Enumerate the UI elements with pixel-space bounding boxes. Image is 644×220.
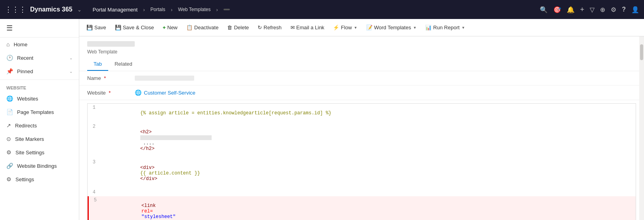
- bell-icon[interactable]: 🔔: [567, 6, 575, 13]
- code-editor[interactable]: 1 {% assign article = entities.knowledge…: [87, 103, 636, 220]
- flow-button[interactable]: ⚡ Flow ▼: [329, 22, 361, 33]
- delete-button[interactable]: 🗑 Delete: [223, 22, 253, 33]
- new-button[interactable]: + New: [159, 22, 182, 33]
- settings-label: Settings: [15, 176, 34, 182]
- recent-expand-icon[interactable]: ⌄: [69, 56, 73, 60]
- hamburger-button[interactable]: ☰: [0, 19, 79, 38]
- tag-h2-open: <h2>: [140, 129, 152, 135]
- sidebar-item-page-templates[interactable]: 📄 Page Templates: [0, 105, 79, 119]
- filter-icon[interactable]: ▽: [590, 6, 594, 13]
- sidebar-recent-label: Recent: [17, 55, 33, 61]
- related-label: Related: [115, 61, 132, 67]
- breadcrumb-web-templates[interactable]: Web Templates: [178, 7, 210, 12]
- app-title: Dynamics 365: [30, 6, 73, 13]
- breadcrumb-current: [224, 9, 230, 10]
- recent-icon: 🕐: [6, 55, 13, 61]
- sidebar-item-redirects[interactable]: ↗ Redirects: [0, 119, 79, 132]
- word-templates-caret-icon[interactable]: ▼: [413, 26, 417, 30]
- sidebar-item-pinned[interactable]: 📌 Pinned ⌄: [0, 64, 79, 78]
- run-report-caret-icon[interactable]: ▼: [462, 26, 465, 30]
- deactivate-button[interactable]: 📋 Deactivate: [182, 22, 222, 33]
- email-link-label: Email a Link: [296, 25, 325, 30]
- name-field: Name *: [79, 71, 644, 85]
- sidebar-item-settings[interactable]: ⚙ Settings: [0, 173, 79, 186]
- record-type: Web Template: [87, 49, 636, 55]
- website-link-text: Customer Self-Service: [144, 90, 195, 96]
- code-line-1: 1 {% assign article = entities.knowledge…: [88, 104, 636, 123]
- sidebar-item-home[interactable]: ⌂ Home: [0, 38, 79, 51]
- target-icon[interactable]: 🎯: [553, 6, 561, 13]
- sidebar-item-recent[interactable]: 🕐 Recent ⌄: [0, 51, 79, 64]
- line-num-2: 2: [88, 123, 99, 129]
- plus-icon[interactable]: +: [580, 6, 585, 14]
- tag-div-open: <div>: [140, 165, 155, 171]
- sidebar: ☰ ⌂ Home 🕐 Recent ⌄ 📌 Pinned ⌄ Website 🌐…: [0, 19, 79, 220]
- breadcrumb-separator-3: ›: [216, 7, 218, 13]
- content-area: Web Template Tab Related Name *: [79, 36, 644, 220]
- circle-plus-icon[interactable]: ⊕: [600, 6, 605, 13]
- flow-icon: ⚡: [333, 25, 339, 30]
- websites-icon: 🌐: [6, 95, 13, 102]
- waffle-icon[interactable]: ⋮⋮⋮: [5, 5, 26, 14]
- user-icon[interactable]: 👤: [631, 6, 639, 13]
- run-report-label: Run Report: [433, 25, 459, 30]
- new-label: New: [167, 25, 178, 30]
- tab-tab[interactable]: Tab: [87, 58, 108, 71]
- run-report-icon: 📊: [425, 25, 432, 30]
- main-content: 💾 Save 💾 Save & Close + New 📋 Deactivate…: [79, 19, 644, 220]
- run-report-button[interactable]: 📊 Run Report ▼: [421, 22, 469, 33]
- website-link[interactable]: 🌐 Customer Self-Service: [135, 89, 636, 96]
- sidebar-item-websites[interactable]: 🌐 Websites: [0, 92, 79, 105]
- websites-label: Websites: [17, 96, 38, 102]
- refresh-icon: ↻: [258, 25, 262, 30]
- save-close-icon: 💾: [115, 25, 121, 30]
- deactivate-icon: 📋: [186, 25, 193, 30]
- refresh-button[interactable]: ↻ Refresh: [254, 22, 286, 33]
- portal-management-link[interactable]: Portal Management: [93, 7, 138, 13]
- search-icon[interactable]: 🔍: [540, 6, 548, 13]
- breadcrumb-portals[interactable]: Portals: [151, 7, 165, 12]
- liquid-article: {{ article.content }}: [140, 171, 200, 176]
- email-link-button[interactable]: ✉ Email a Link: [287, 22, 329, 33]
- redirects-icon: ↗: [6, 122, 11, 129]
- breadcrumb-separator-2: ›: [171, 7, 172, 13]
- name-field-value[interactable]: [135, 76, 636, 81]
- home-icon: ⌂: [6, 41, 10, 47]
- tag-h2-dots: ....: [140, 140, 155, 146]
- code-line-5: 5 <link rel= "stylesheet" href= " https:…: [88, 196, 636, 220]
- sidebar-home-label: Home: [13, 42, 27, 47]
- sidebar-item-website-bindings[interactable]: 🔗 Website Bindings: [0, 159, 79, 173]
- save-close-button[interactable]: 💾 Save & Close: [111, 22, 158, 33]
- sidebar-item-site-settings[interactable]: ⚙ Site Settings: [0, 146, 79, 159]
- name-required-indicator: *: [104, 75, 106, 81]
- pinned-expand-icon[interactable]: ⌄: [69, 69, 73, 74]
- website-field-label: Website *: [87, 90, 135, 96]
- tab-label: Tab: [94, 61, 102, 67]
- record-name-blurred: [87, 41, 135, 47]
- sidebar-item-site-markers[interactable]: ⊙ Site Markers: [0, 132, 79, 146]
- help-icon[interactable]: ?: [622, 6, 626, 13]
- page-templates-icon: 📄: [6, 109, 13, 115]
- scrollbar-thumb[interactable]: [640, 44, 643, 60]
- gear-icon[interactable]: ⚙: [611, 6, 616, 13]
- settings-icon: ⚙: [6, 176, 11, 182]
- app-caret-icon[interactable]: ⌄: [77, 7, 82, 13]
- breadcrumb-separator-1: ›: [143, 7, 145, 13]
- new-icon: +: [162, 25, 166, 30]
- website-required-indicator: *: [109, 90, 111, 96]
- content-scrollbar[interactable]: [639, 36, 644, 220]
- word-templates-icon: 📝: [366, 25, 373, 30]
- line-content-4: [99, 189, 636, 195]
- attr-rel-5: rel=: [141, 209, 153, 214]
- tab-related[interactable]: Related: [108, 58, 139, 71]
- line-num-5: 5: [89, 197, 100, 203]
- name-value-blurred: [135, 76, 194, 81]
- flow-caret-icon[interactable]: ▼: [354, 26, 357, 30]
- flow-label: Flow: [341, 25, 352, 30]
- command-bar: 💾 Save 💾 Save & Close + New 📋 Deactivate…: [79, 19, 644, 36]
- record-header: Web Template Tab Related: [79, 36, 644, 71]
- save-button[interactable]: 💾 Save: [82, 22, 110, 33]
- word-templates-button[interactable]: 📝 Word Templates ▼: [362, 22, 420, 33]
- website-bindings-icon: 🔗: [6, 163, 13, 169]
- save-close-label: Save & Close: [123, 25, 154, 30]
